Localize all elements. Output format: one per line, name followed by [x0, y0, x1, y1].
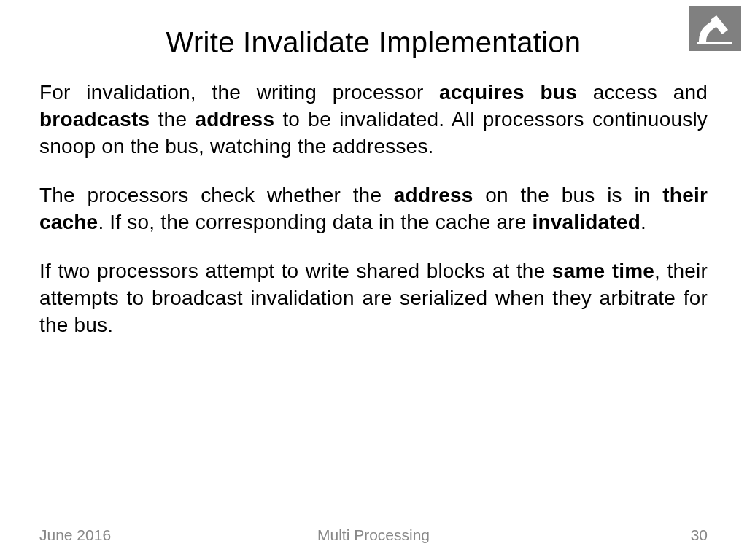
- bold-text: broadcasts: [39, 108, 150, 131]
- bold-text: address: [394, 184, 473, 206]
- text-span: . If so, the corresponding data in the c…: [98, 211, 532, 233]
- text-span: For invalidation, the writing processor: [39, 81, 439, 104]
- paragraph-2: The processors check whether the address…: [39, 182, 708, 236]
- slide-footer: June 2016 Multi Processing 30: [0, 526, 747, 544]
- slide-content: For invalidation, the writing processor …: [0, 79, 747, 339]
- bold-text: same time: [552, 260, 654, 282]
- slide-title: Write Invalidate Implementation: [0, 0, 747, 79]
- text-span: the: [150, 108, 195, 131]
- paragraph-1: For invalidation, the writing processor …: [39, 79, 708, 160]
- text-span: If two processors attempt to write share…: [39, 260, 552, 282]
- university-logo-icon: [689, 6, 741, 51]
- svg-rect-0: [697, 42, 732, 44]
- text-span: on the bus is in: [473, 184, 663, 206]
- bold-text: invalidated: [532, 211, 640, 233]
- text-span: The processors check whether the: [39, 184, 394, 206]
- footer-page-number: 30: [691, 526, 708, 544]
- bold-text: address: [195, 108, 274, 131]
- footer-date: June 2016: [39, 526, 111, 544]
- footer-topic: Multi Processing: [317, 526, 430, 544]
- text-span: access and: [577, 81, 708, 104]
- bold-text: acquires bus: [439, 81, 577, 104]
- text-span: .: [640, 211, 646, 233]
- paragraph-3: If two processors attempt to write share…: [39, 258, 708, 339]
